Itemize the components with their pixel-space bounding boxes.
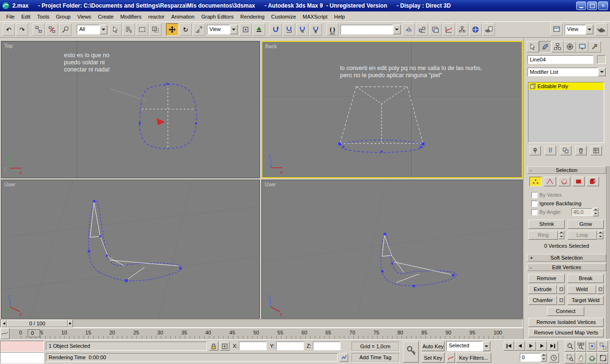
- bind-to-space-warp-button[interactable]: [59, 23, 72, 36]
- zoom-extents-all-button[interactable]: [598, 341, 608, 352]
- connect-button[interactable]: Connect: [547, 307, 584, 316]
- by-vertex-checkbox[interactable]: [531, 192, 538, 198]
- ring-button[interactable]: Ring: [528, 231, 558, 240]
- viewport-user-right-label[interactable]: User: [265, 182, 276, 187]
- track-bar[interactable]: 0510 152025 303540 455055 606570 758085 …: [10, 328, 523, 339]
- edge-mode-button[interactable]: [544, 177, 556, 186]
- unlink-button[interactable]: [46, 23, 58, 36]
- maximize-viewport-toggle-button[interactable]: [598, 353, 608, 364]
- auto-key-button[interactable]: Auto Key: [422, 341, 445, 351]
- panel-scrollbar[interactable]: [606, 166, 610, 338]
- default-tangent-button[interactable]: [446, 353, 455, 363]
- polygon-mode-button[interactable]: [572, 177, 585, 186]
- current-frame-input[interactable]: 0: [520, 353, 541, 362]
- viewport-top-label[interactable]: Top: [4, 43, 13, 49]
- go-to-start-button[interactable]: [504, 341, 514, 351]
- tab-modify[interactable]: [539, 41, 551, 52]
- dropdown-arrow-icon[interactable]: [483, 341, 490, 351]
- target-weld-button[interactable]: Target Weld: [568, 296, 604, 305]
- angle-snap-button[interactable]: [283, 23, 295, 36]
- select-and-manipulate-button[interactable]: [253, 23, 265, 36]
- tab-motion[interactable]: [564, 41, 576, 52]
- rendered-frame-window-button[interactable]: [550, 23, 563, 36]
- macro-recorder-pane[interactable]: [0, 341, 44, 352]
- remove-isolated-vertices-button[interactable]: Remove Isolated Vertices: [528, 318, 604, 327]
- viewport-top[interactable]: Top esto es lo que no puedo soldar ni co…: [1, 41, 260, 178]
- dropdown-arrow-icon[interactable]: [100, 25, 107, 34]
- stack-item-editable-poly[interactable]: Editable Poly: [528, 82, 604, 90]
- by-angle-checkbox[interactable]: [531, 209, 538, 215]
- modifier-list-dropdown[interactable]: Modifier List: [527, 68, 598, 76]
- close-button[interactable]: ×: [598, 1, 608, 10]
- menu-tools[interactable]: Tools: [34, 12, 53, 21]
- remove-unused-map-verts-button[interactable]: Remove Unused Map Verts: [528, 328, 604, 337]
- configure-modifier-sets-button[interactable]: [590, 146, 602, 155]
- title-bar[interactable]: 2.max - Project Folder: C:\Documents and…: [0, 0, 610, 11]
- modifier-list-arrow-icon[interactable]: [598, 68, 606, 76]
- grow-button[interactable]: Grow: [568, 220, 604, 229]
- menu-reactor[interactable]: reactor: [145, 12, 168, 21]
- vertex-mode-button[interactable]: [529, 177, 542, 186]
- viewport-back[interactable]: Back lo converti en edit poly pq no me s…: [261, 41, 523, 178]
- menu-animation[interactable]: Animation: [168, 12, 198, 21]
- extrude-button[interactable]: Extrude: [528, 285, 557, 294]
- chamfer-settings-button[interactable]: [558, 296, 565, 305]
- mirror-button[interactable]: [403, 23, 415, 36]
- edit-named-selections-button[interactable]: { } ABC: [326, 23, 339, 36]
- select-and-scale-button[interactable]: [193, 23, 205, 36]
- add-time-tag-box[interactable]: Add Time Tag: [352, 353, 399, 362]
- tab-create[interactable]: [527, 41, 539, 52]
- menu-graph-editors[interactable]: Graph Editors: [198, 12, 237, 21]
- menu-customize[interactable]: Customize: [268, 12, 300, 21]
- restore-button[interactable]: [587, 1, 597, 10]
- maxscript-mini-listener[interactable]: [0, 341, 44, 364]
- select-by-name-button[interactable]: [123, 23, 135, 36]
- select-and-rotate-button[interactable]: ↻: [179, 23, 192, 36]
- ring-spinner[interactable]: [558, 231, 564, 239]
- menu-modifiers[interactable]: Modifiers: [117, 12, 145, 21]
- pan-button[interactable]: [576, 353, 586, 364]
- set-key-mode-button[interactable]: Set Key: [422, 353, 445, 363]
- weld-settings-button[interactable]: [597, 285, 604, 294]
- object-color-swatch[interactable]: [597, 55, 606, 64]
- previous-frame-button[interactable]: [515, 341, 525, 351]
- time-configuration-button[interactable]: [548, 353, 559, 363]
- quick-render-button[interactable]: [595, 23, 608, 36]
- show-end-result-button[interactable]: [545, 146, 556, 155]
- layer-manager-button[interactable]: [429, 23, 442, 36]
- make-unique-button[interactable]: [560, 146, 571, 155]
- time-slider-handle[interactable]: 0 / 100: [7, 320, 68, 327]
- menu-rendering[interactable]: Rendering: [237, 12, 268, 21]
- tab-hierarchy[interactable]: [551, 41, 564, 52]
- rectangular-selection-region-button[interactable]: [136, 23, 148, 36]
- redo-button[interactable]: ↷: [16, 23, 28, 36]
- pin-stack-button[interactable]: [529, 146, 541, 155]
- weld-button[interactable]: Weld: [568, 285, 596, 294]
- schematic-view-button[interactable]: [456, 23, 468, 36]
- select-and-link-button[interactable]: [32, 23, 45, 36]
- remove-modifier-button[interactable]: [575, 146, 587, 155]
- use-pivot-center-button[interactable]: [239, 23, 252, 36]
- snaps-toggle-button[interactable]: 3: [269, 23, 282, 36]
- set-key-big-button[interactable]: [403, 341, 419, 363]
- dropdown-arrow-icon[interactable]: [230, 25, 238, 34]
- z-coord-input[interactable]: [313, 342, 341, 350]
- undo-button[interactable]: ↶: [2, 23, 15, 36]
- zoom-extents-button[interactable]: [587, 341, 597, 352]
- spinner-snap-button[interactable]: [310, 23, 322, 36]
- menu-help[interactable]: Help: [331, 12, 349, 21]
- time-slider[interactable]: 0 / 100: [0, 319, 523, 328]
- menu-maxscript[interactable]: MAXScript: [300, 12, 331, 21]
- tab-utilities[interactable]: [589, 41, 601, 52]
- curve-editor-button[interactable]: [443, 23, 455, 36]
- next-frame-button[interactable]: [537, 341, 547, 351]
- y-coord-input[interactable]: [276, 342, 304, 350]
- viewport-user-left-label[interactable]: User: [4, 182, 15, 187]
- extrude-settings-button[interactable]: [558, 285, 565, 294]
- menu-file[interactable]: File: [3, 12, 18, 21]
- remove-button[interactable]: Remove: [528, 274, 565, 283]
- rollout-edit-vertices[interactable]: - Edit Vertices: [527, 263, 606, 271]
- minimize-button[interactable]: [576, 1, 586, 10]
- open-mini-curve-editor-button[interactable]: [0, 328, 10, 339]
- ignore-backfacing-checkbox[interactable]: [531, 201, 538, 207]
